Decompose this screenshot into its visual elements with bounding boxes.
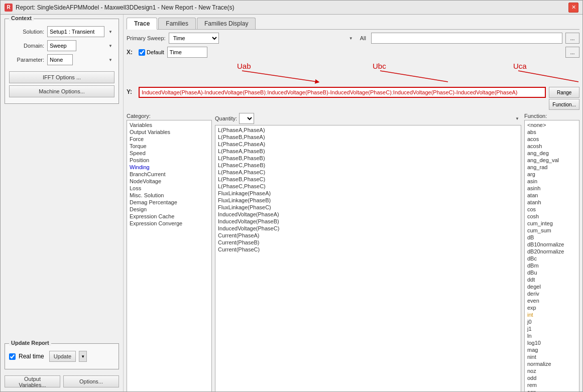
list-item[interactable]: dBu (526, 269, 578, 276)
list-item[interactable]: even (526, 297, 578, 304)
list-item[interactable]: L(PhaseB,PhaseB) (216, 155, 520, 162)
list-item[interactable]: ln (526, 332, 578, 339)
list-item[interactable]: InducedVoltage(PhaseC) (216, 225, 520, 232)
list-item-winding[interactable]: Winding (128, 164, 210, 171)
function-list[interactable]: <none> abs acos acosh ang_deg ang_deg_va… (524, 120, 579, 391)
list-item[interactable]: atanh (526, 199, 578, 206)
list-item[interactable]: cum_integ (526, 220, 578, 227)
x-value-input[interactable] (167, 47, 207, 58)
list-item[interactable]: L(PhaseB,PhaseC) (216, 176, 520, 183)
list-item[interactable]: atan (526, 192, 578, 199)
ifft-options-button[interactable]: IFFT Options ... (9, 71, 114, 83)
list-item[interactable]: deriv (526, 290, 578, 297)
list-item[interactable]: ang_deg (526, 150, 578, 157)
list-item[interactable]: rem (526, 381, 578, 388)
list-item[interactable]: Expression Converge (128, 220, 210, 227)
category-list[interactable]: Variables Output Variables Force Torque … (127, 120, 212, 391)
list-item[interactable]: ang_deg_val (526, 157, 578, 164)
sweep-value-input[interactable] (371, 33, 562, 44)
list-item[interactable]: Current(PhaseB) (216, 239, 520, 246)
output-variables-button[interactable]: Output Variables... (5, 375, 60, 387)
range-button[interactable]: Range (549, 87, 579, 98)
solution-select[interactable]: Setup1 : Transient (47, 26, 104, 37)
list-item[interactable]: L(PhaseC,PhaseA) (216, 141, 520, 148)
sweep-dots-button[interactable]: ... (565, 33, 579, 44)
list-item[interactable]: acosh (526, 143, 578, 150)
list-item[interactable]: abs (526, 128, 578, 136)
list-item[interactable]: Output Variables (128, 128, 210, 136)
list-item[interactable]: FluxLinkage(PhaseB) (216, 197, 520, 204)
list-item-int[interactable]: int (526, 311, 578, 318)
list-item[interactable]: Variables (128, 121, 210, 128)
list-item[interactable]: FluxLinkage(PhaseA) (216, 190, 520, 197)
tab-trace[interactable]: Trace (127, 18, 157, 30)
list-item[interactable]: j1 (526, 325, 578, 332)
tab-families-display[interactable]: Families Display (197, 18, 256, 29)
quantity-dropdown[interactable] (239, 113, 254, 124)
options-button[interactable]: Options... (63, 375, 119, 387)
update-dropdown-arrow[interactable]: ▼ (79, 351, 87, 362)
tab-families[interactable]: Families (158, 18, 196, 29)
list-item[interactable]: cosh (526, 213, 578, 220)
list-item[interactable]: Current(PhaseA) (216, 232, 520, 239)
list-item[interactable]: dB20normalize (526, 248, 578, 255)
quantity-list[interactable]: L(PhaseA,PhaseA) L(PhaseB,PhaseA) L(Phas… (215, 125, 521, 391)
primary-sweep-select[interactable]: Time (169, 33, 219, 44)
list-item[interactable]: Force (128, 136, 210, 143)
list-item[interactable]: nint (526, 353, 578, 360)
list-item[interactable]: L(PhaseC,PhaseC) (216, 183, 520, 190)
list-item[interactable]: <none> (526, 121, 578, 128)
list-item[interactable]: arg (526, 171, 578, 178)
list-item[interactable]: L(PhaseB,PhaseA) (216, 134, 520, 141)
list-item[interactable]: Misc. Solution (128, 192, 210, 199)
list-item[interactable]: log10 (526, 339, 578, 346)
x-default-checkbox[interactable] (139, 49, 145, 56)
x-dots-button[interactable]: ... (565, 47, 579, 58)
list-item[interactable]: degel (526, 283, 578, 290)
list-item[interactable]: NodeVoltage (128, 178, 210, 185)
list-item[interactable]: InducedVoltage(PhaseA) (216, 211, 520, 218)
update-button[interactable]: Update (49, 351, 76, 362)
list-item[interactable]: ddt (526, 276, 578, 283)
list-item[interactable]: Design (128, 206, 210, 213)
list-item[interactable]: Speed (128, 150, 210, 157)
function-button[interactable]: Function... (549, 99, 579, 110)
list-item[interactable]: cos (526, 206, 578, 213)
list-item[interactable]: L(PhaseA,PhaseC) (216, 169, 520, 176)
list-item[interactable]: Loss (128, 185, 210, 192)
list-item[interactable]: asin (526, 178, 578, 185)
list-item[interactable]: cum_sum (526, 227, 578, 234)
list-item[interactable]: Current(PhaseC) (216, 246, 520, 253)
list-item[interactable]: Demag Percentage (128, 199, 210, 206)
list-item[interactable]: ang_rad (526, 164, 578, 171)
list-item[interactable]: dBm (526, 262, 578, 269)
list-item[interactable]: BranchCurrent (128, 171, 210, 178)
primary-sweep-select-wrapper: Time (169, 33, 355, 44)
list-item[interactable]: L(PhaseC,PhaseB) (216, 162, 520, 169)
list-item[interactable]: dBc (526, 255, 578, 262)
list-item[interactable]: noz (526, 367, 578, 374)
list-item[interactable]: Position (128, 157, 210, 164)
list-item[interactable]: dB10normalize (526, 241, 578, 248)
list-item[interactable]: normalize (526, 360, 578, 367)
list-item[interactable]: acos (526, 136, 578, 143)
list-item[interactable]: exp (526, 304, 578, 311)
parameter-select[interactable]: None (47, 54, 73, 65)
list-item[interactable]: FluxLinkage(PhaseC) (216, 204, 520, 211)
list-item[interactable]: mag (526, 346, 578, 353)
list-item[interactable]: Expression Cache (128, 213, 210, 220)
list-item[interactable]: sgn (526, 388, 578, 391)
list-item[interactable]: L(PhaseA,PhaseA) (216, 126, 520, 134)
y-expressions-field[interactable]: InducedVoltage(PhaseA)-InducedVoltage(Ph… (139, 87, 546, 98)
domain-select[interactable]: Sweep (47, 40, 76, 51)
list-item[interactable]: L(PhaseA,PhaseB) (216, 148, 520, 155)
list-item[interactable]: InducedVoltage(PhaseB) (216, 218, 520, 225)
list-item[interactable]: j0 (526, 318, 578, 325)
realtime-checkbox[interactable] (9, 353, 16, 360)
list-item[interactable]: Torque (128, 143, 210, 150)
list-item[interactable]: dB (526, 234, 578, 241)
machine-options-button[interactable]: Machine Options... (9, 85, 114, 97)
list-item[interactable]: odd (526, 374, 578, 381)
list-item[interactable]: asinh (526, 185, 578, 192)
close-window-button[interactable]: ✕ (568, 3, 578, 13)
